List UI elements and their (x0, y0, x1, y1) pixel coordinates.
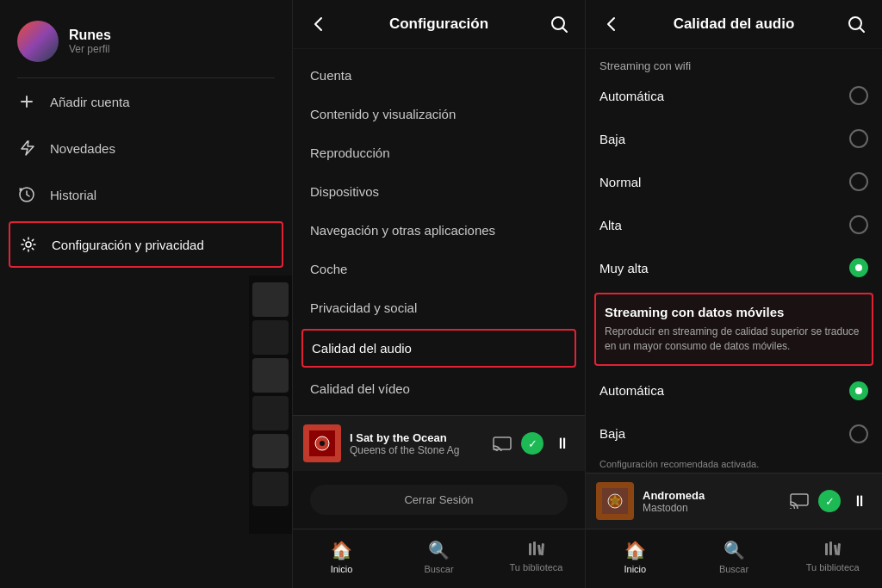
pause-button-3[interactable]: ⏸ (848, 489, 872, 513)
svg-rect-19 (829, 542, 832, 555)
back-button[interactable] (307, 12, 331, 36)
svg-rect-8 (529, 543, 531, 555)
album-art-3 (596, 482, 634, 520)
settings-item-calidad-video[interactable]: Calidad del vídeo (293, 369, 585, 408)
settings-item-coche[interactable]: Coche (293, 250, 585, 288)
quality-list: Streaming con wifi Automática Baja Norma… (586, 49, 882, 455)
search-icon-3: 🔍 (724, 540, 745, 560)
track-name-2: I Sat by the Ocean (350, 431, 481, 444)
mobile-section-title: Streaming con datos móviles (605, 305, 863, 319)
nav-buscar-label-2: Buscar (424, 564, 453, 574)
search-button[interactable] (547, 12, 571, 36)
now-playing-bar-2[interactable]: I Sat by the Ocean Queens of the Stone A… (293, 415, 585, 471)
profile-subtitle: Ver perfil (69, 43, 111, 55)
wifi-muy-alta[interactable]: Muy alta (586, 246, 882, 289)
movil-baja[interactable]: Baja (586, 412, 882, 455)
settings-item-navegacion[interactable]: Navegación y otras aplicaciones (293, 211, 585, 250)
now-playing-bar-3[interactable]: Andromeda Mastodon ✓ ⏸ (586, 473, 882, 529)
lightning-icon (17, 139, 36, 158)
svg-rect-20 (834, 545, 838, 555)
playback-controls-3: ✓ ⏸ (787, 489, 872, 513)
nav-inicio-label-2: Inicio (331, 564, 353, 574)
radio-baja-movil[interactable] (849, 424, 868, 443)
svg-rect-9 (533, 542, 536, 555)
radio-muy-alta-wifi[interactable] (849, 258, 868, 277)
profile-area[interactable]: Runes Ver perfil (0, 0, 292, 77)
sidebar-item-add-account[interactable]: Añadir cuenta (0, 78, 292, 125)
svg-rect-16 (791, 494, 808, 505)
search-button-3[interactable] (844, 12, 868, 36)
home-icon-3: 🏠 (624, 540, 646, 560)
cast-button-2[interactable] (490, 431, 514, 455)
sidebar-panel: Runes Ver perfil Añadir cuenta Novedades (0, 0, 293, 588)
mobile-streaming-section: Streaming con datos móviles Reproducir e… (594, 293, 873, 366)
cerrar-sesion-button[interactable]: Cerrar Sesión (310, 485, 568, 515)
nav-biblioteca-3[interactable]: Tu biblioteca (783, 536, 882, 578)
radio-normal-wifi[interactable] (849, 172, 868, 191)
settings-list: Cuenta Contenido y visualización Reprodu… (293, 49, 585, 415)
wifi-automatica[interactable]: Automática (586, 74, 882, 117)
svg-point-1 (26, 242, 31, 247)
settings-item-notificaciones[interactable]: Notificaciones (293, 408, 585, 415)
svg-rect-21 (836, 543, 840, 555)
novedades-label: Novedades (50, 141, 275, 156)
plus-icon (17, 92, 36, 111)
settings-panel: Configuración Cuenta Contenido y visuali… (293, 0, 586, 588)
svg-rect-6 (494, 437, 511, 449)
settings-item-privacidad[interactable]: Privacidad y social (293, 288, 585, 327)
nav-biblioteca-label-3: Tu biblioteca (806, 562, 860, 573)
configuracion-label: Configuración y privacidad (52, 238, 273, 252)
track-info-3: Andromeda Mastodon (643, 489, 779, 514)
check-button-2[interactable]: ✓ (521, 432, 543, 455)
footer-note: Configuración recomendada activada. (586, 455, 882, 473)
audio-quality-panel: Calidad del audio Streaming con wifi Aut… (586, 0, 882, 588)
audio-quality-title: Calidad del audio (624, 15, 844, 33)
back-button-3[interactable] (599, 12, 624, 36)
nav-buscar-3[interactable]: 🔍 Buscar (685, 536, 784, 578)
history-icon (17, 185, 36, 204)
settings-item-reproduccion[interactable]: Reproducción (293, 133, 585, 172)
radio-baja-wifi[interactable] (849, 129, 868, 148)
profile-text: Runes Ver perfil (69, 28, 111, 55)
sidebar-item-configuracion[interactable]: Configuración y privacidad (9, 221, 283, 268)
wifi-normal[interactable]: Normal (586, 160, 882, 203)
track-info-2: I Sat by the Ocean Queens of the Stone A… (350, 431, 481, 456)
home-icon-2: 🏠 (331, 540, 352, 560)
settings-item-contenido[interactable]: Contenido y visualización (293, 95, 585, 133)
sidebar-item-novedades[interactable]: Novedades (0, 125, 292, 171)
radio-alta-wifi[interactable] (849, 215, 868, 234)
svg-rect-11 (540, 543, 543, 555)
bottom-nav-2: 🏠 Inicio 🔍 Buscar Tu biblioteca (293, 529, 585, 588)
blurred-content-right (249, 275, 292, 534)
album-art-2 (303, 424, 341, 462)
nav-biblioteca-label-2: Tu biblioteca (510, 562, 563, 573)
svg-point-5 (320, 441, 325, 446)
library-icon-3 (823, 540, 842, 559)
svg-rect-18 (825, 543, 828, 555)
settings-item-cuenta[interactable]: Cuenta (293, 56, 585, 95)
profile-name: Runes (69, 28, 111, 43)
audio-quality-header: Calidad del audio (586, 0, 882, 49)
radio-automatica-movil[interactable] (849, 381, 868, 400)
sidebar-item-historial[interactable]: Historial (0, 171, 292, 218)
wifi-baja[interactable]: Baja (586, 117, 882, 160)
settings-item-calidad-audio[interactable]: Calidad del audio (301, 329, 576, 368)
movil-automatica[interactable]: Automática (586, 369, 882, 412)
wifi-alta[interactable]: Alta (586, 203, 882, 246)
nav-buscar-2[interactable]: 🔍 Buscar (390, 536, 488, 578)
track-name-3: Andromeda (643, 489, 779, 502)
pause-button-2[interactable]: ⏸ (550, 431, 575, 455)
radio-automatica-wifi[interactable] (849, 86, 868, 105)
playback-controls-2: ✓ ⏸ (490, 431, 575, 455)
check-button-3[interactable]: ✓ (818, 490, 841, 512)
cast-button-3[interactable] (787, 489, 811, 513)
wifi-section-header: Streaming con wifi (586, 54, 882, 74)
settings-title: Configuración (331, 15, 547, 33)
svg-point-17 (790, 508, 792, 509)
settings-item-dispositivos[interactable]: Dispositivos (293, 172, 585, 211)
nav-biblioteca-2[interactable]: Tu biblioteca (488, 536, 585, 578)
cerrar-sesion-container: Cerrar Sesión (293, 471, 585, 529)
nav-inicio-2[interactable]: 🏠 Inicio (293, 536, 390, 578)
nav-inicio-3[interactable]: 🏠 Inicio (586, 536, 685, 578)
track-artist-3: Mastodon (643, 502, 779, 514)
